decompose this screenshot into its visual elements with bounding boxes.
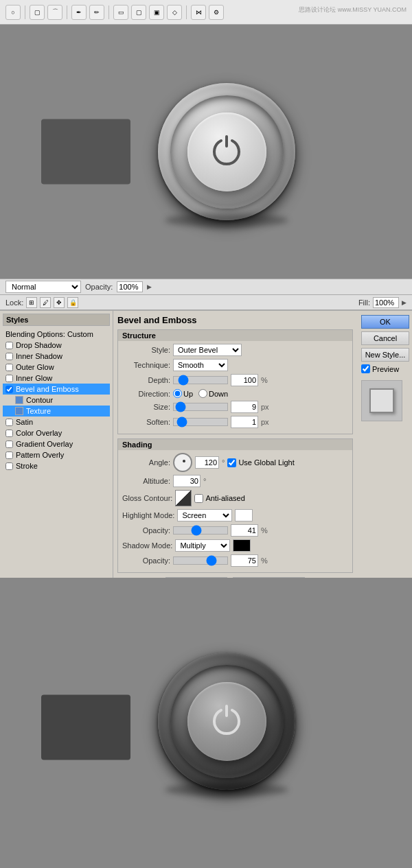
shadow-opacity-slider[interactable]	[173, 556, 228, 565]
soften-slider[interactable]	[173, 418, 228, 426]
satin-item[interactable]: Satin	[3, 417, 110, 427]
ellipse-tool[interactable]: ○	[5, 5, 21, 20]
depth-input[interactable]	[231, 374, 258, 386]
stroke-checkbox[interactable]	[5, 462, 13, 470]
gray-rect-bottom	[41, 695, 130, 760]
inner-shadow-checkbox[interactable]	[5, 353, 13, 360]
direction-down-radio[interactable]	[198, 389, 207, 398]
color-overlay-item[interactable]: Color Overlay	[3, 427, 110, 438]
marquee-tool[interactable]: ▢	[30, 5, 45, 20]
direction-down-label[interactable]: Down	[198, 389, 228, 398]
highlight-mode-select[interactable]: Screen Normal	[177, 509, 232, 521]
new-style-button[interactable]: New Style...	[361, 348, 409, 362]
inner-shadow-item[interactable]: Inner Shadow	[3, 351, 110, 362]
style-select[interactable]: Outer Bevel Inner Bevel Emboss	[173, 344, 242, 356]
contour-color-box	[15, 396, 23, 404]
lock-btn-2[interactable]: 🖊	[40, 297, 51, 308]
opacity-label: Opacity:	[85, 283, 113, 291]
color-overlay-checkbox[interactable]	[5, 430, 13, 437]
anti-alias-label[interactable]: Anti-aliased	[194, 494, 244, 503]
highlight-color-swatch[interactable]	[235, 509, 253, 521]
contour-thumb[interactable]	[175, 490, 192, 506]
size-input[interactable]	[231, 401, 258, 413]
power-btn-outer	[158, 83, 295, 220]
depth-row: Depth: %	[122, 374, 348, 386]
shadow-opacity-input[interactable]	[231, 554, 258, 567]
shading-section: Shading Angle: ° Use Global Light Altitu…	[117, 438, 353, 573]
inner-glow-checkbox[interactable]	[5, 375, 13, 382]
power-btn-ring-dark	[170, 665, 284, 778]
global-light-checkbox[interactable]	[227, 458, 236, 467]
rounded-tool-2[interactable]: ▣	[149, 5, 164, 20]
opacity-arrow[interactable]: ▶	[147, 283, 152, 290]
stroke-item[interactable]: Stroke	[3, 460, 110, 471]
outer-glow-label: Outer Glow	[16, 363, 54, 371]
ok-button[interactable]: OK	[361, 315, 409, 329]
highlight-opacity-slider[interactable]	[173, 526, 228, 535]
stamp-tool[interactable]: ⚙	[209, 5, 224, 20]
lock-btn-1[interactable]: ⊞	[26, 297, 37, 308]
structure-content: Style: Outer Bevel Inner Bevel Emboss Te…	[118, 341, 352, 434]
lasso-tool[interactable]: ⌒	[47, 5, 62, 20]
fill-arrow[interactable]: ▶	[402, 299, 407, 306]
direction-up-radio[interactable]	[173, 389, 182, 398]
pattern-overlay-checkbox[interactable]	[5, 451, 13, 459]
bevel-emboss-label: Bevel and Emboss	[16, 385, 79, 393]
drop-shadow-checkbox[interactable]	[5, 342, 13, 349]
satin-checkbox[interactable]	[5, 419, 13, 426]
technique-select[interactable]: Smooth Chisel Hard Chisel Soft	[173, 359, 228, 371]
fill-input[interactable]	[373, 297, 399, 308]
blending-options-item[interactable]: Blending Options: Custom	[3, 329, 110, 340]
soften-label: Soften:	[122, 418, 170, 426]
lock-btn-3[interactable]: ✥	[54, 297, 65, 308]
inner-glow-item[interactable]: Inner Glow	[3, 373, 110, 384]
outer-glow-item[interactable]: Outer Glow	[3, 362, 110, 373]
canvas-bottom: 思路设计论坛 www.missvyuan.com	[0, 578, 412, 868]
inner-glow-label: Inner Glow	[16, 374, 52, 382]
opacity-input[interactable]	[117, 281, 143, 292]
anti-alias-checkbox[interactable]	[194, 494, 203, 503]
highlight-mode-label: Highlight Mode:	[122, 511, 174, 519]
shadow-color-swatch[interactable]	[233, 539, 251, 552]
lock-toolbar: Lock: ⊞ 🖊 ✥ 🔒 Fill: ▶	[0, 295, 412, 310]
angle-input[interactable]	[195, 456, 219, 469]
depth-slider[interactable]	[173, 376, 228, 384]
bevel-emboss-item[interactable]: Bevel and Emboss	[3, 384, 110, 395]
shape-tool[interactable]: ◇	[167, 5, 182, 20]
rect-tool[interactable]: ▭	[113, 5, 128, 20]
altitude-label: Altitude:	[122, 477, 170, 485]
highlight-opacity-input[interactable]	[231, 524, 258, 537]
path-tool[interactable]: ⋈	[191, 5, 206, 20]
pattern-overlay-item[interactable]: Pattern Overly	[3, 449, 110, 460]
preview-checkbox[interactable]	[361, 364, 370, 373]
cancel-button[interactable]: Cancel	[361, 331, 409, 345]
pen-tool[interactable]: ✒	[71, 5, 87, 20]
texture-sub-item[interactable]: Texture	[3, 406, 110, 417]
direction-up-label[interactable]: Up	[173, 389, 193, 398]
contour-sub-item[interactable]: Contour	[3, 395, 110, 406]
outer-glow-checkbox[interactable]	[5, 364, 13, 371]
bevel-emboss-checkbox[interactable]	[5, 386, 13, 393]
soften-input[interactable]	[231, 416, 258, 428]
brush-tool[interactable]: ✏	[89, 5, 104, 20]
fill-label: Fill:	[358, 298, 370, 307]
preview-checkbox-label[interactable]: Preview	[361, 364, 408, 373]
depth-unit: %	[261, 376, 268, 384]
gradient-overlay-checkbox[interactable]	[5, 441, 13, 448]
altitude-input[interactable]	[173, 475, 201, 487]
structure-section: Structure Style: Outer Bevel Inner Bevel…	[117, 329, 353, 434]
gradient-overlay-item[interactable]: Gradient Overlay	[3, 438, 110, 449]
angle-circle[interactable]	[173, 453, 192, 472]
drop-shadow-item[interactable]: Drop Shadow	[3, 340, 110, 351]
texture-color-box	[15, 407, 23, 415]
dialog-title: Bevel and Emboss	[117, 315, 353, 325]
lock-btn-4[interactable]: 🔒	[67, 297, 78, 308]
watermark-top: 思路设计论坛 www.MISSY YUAN.COM	[299, 5, 407, 14]
global-light-label[interactable]: Use Global Light	[227, 458, 294, 467]
power-btn-inner-dark	[187, 682, 266, 761]
size-slider[interactable]	[173, 403, 228, 411]
rounded-rect-tool[interactable]: ▢	[131, 5, 146, 20]
blend-mode-select[interactable]: Normal Dissolve Multiply Screen	[5, 281, 81, 293]
angle-row: Angle: ° Use Global Light	[122, 453, 348, 472]
shadow-mode-select[interactable]: Multiply Normal	[175, 539, 230, 552]
